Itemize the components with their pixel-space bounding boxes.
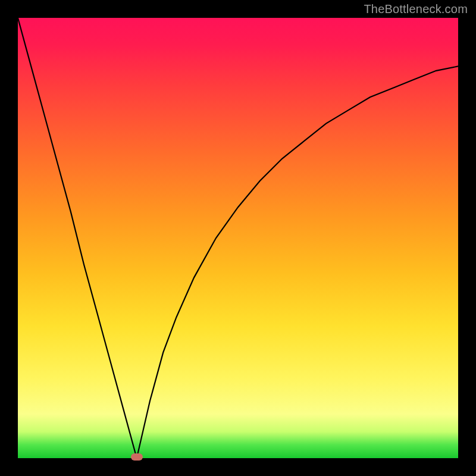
curve-svg (18, 18, 458, 458)
curve-left-branch (18, 18, 137, 458)
min-marker (131, 453, 143, 461)
watermark-text: TheBottleneck.com (364, 2, 468, 16)
chart-frame: TheBottleneck.com (0, 0, 476, 476)
curve-right-branch (137, 66, 458, 458)
plot-area (18, 18, 458, 458)
